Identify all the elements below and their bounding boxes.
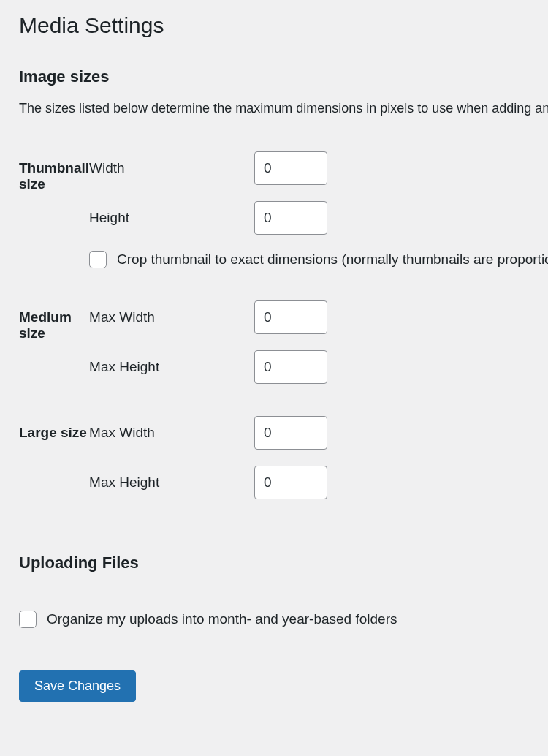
image-sizes-heading: Image sizes [19,67,548,86]
medium-max-height-input[interactable] [254,350,327,384]
thumbnail-width-label: Width [89,160,254,176]
large-max-width-label: Max Width [89,425,254,441]
organize-uploads-label: Organize my uploads into month- and year… [47,611,397,627]
medium-max-width-label: Max Width [89,309,254,325]
medium-max-height-label: Max Height [89,359,254,375]
page-title: Media Settings [19,13,548,38]
thumbnail-crop-label: Crop thumbnail to exact dimensions (norm… [117,252,548,268]
save-changes-button[interactable]: Save Changes [19,670,136,702]
medium-group-label: Medium size [19,300,89,416]
image-sizes-table: Thumbnail size Width Height Crop thumbna… [19,151,548,532]
large-max-height-input[interactable] [254,466,327,499]
thumbnail-group-label: Thumbnail size [19,151,89,300]
medium-max-width-input[interactable] [254,300,327,334]
thumbnail-height-input[interactable] [254,201,327,235]
large-max-width-input[interactable] [254,416,327,450]
uploading-files-heading: Uploading Files [19,553,548,572]
thumbnail-height-label: Height [89,210,254,226]
thumbnail-crop-checkbox[interactable] [89,251,107,268]
large-group-label: Large size [19,416,89,532]
large-max-height-label: Max Height [89,475,254,491]
thumbnail-width-input[interactable] [254,151,327,185]
organize-uploads-checkbox[interactable] [19,611,37,628]
image-sizes-description: The sizes listed below determine the max… [19,101,548,116]
